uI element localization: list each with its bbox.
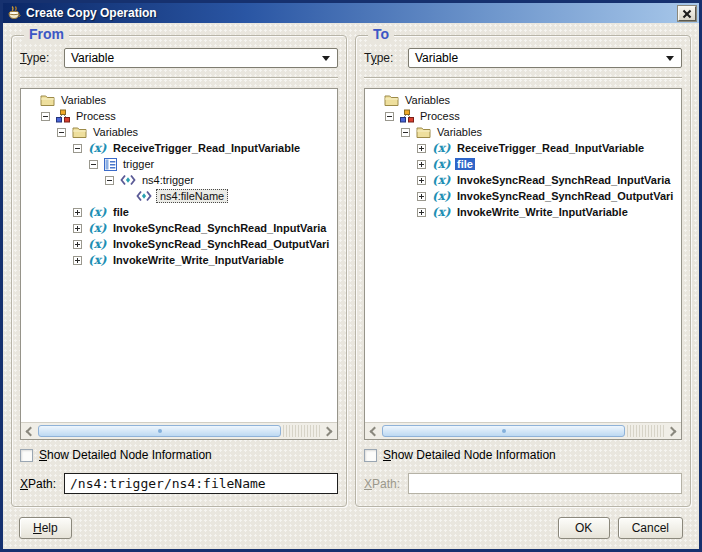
tree-node-label: InvokeSyncRead_SynchRead_OutputVari — [111, 238, 331, 250]
to-horizontal-scrollbar[interactable] — [365, 422, 681, 439]
svg-text:(x): (x) — [432, 141, 451, 155]
tree-expander-icon[interactable] — [73, 256, 82, 265]
scroll-left-icon[interactable] — [367, 425, 380, 438]
scroll-right-icon[interactable] — [322, 425, 335, 438]
scroll-track[interactable] — [283, 425, 320, 437]
folder-icon — [40, 94, 55, 107]
message-icon — [104, 158, 117, 171]
variable-icon: (x) — [88, 141, 107, 155]
tree-node[interactable]: (x) Variables — [21, 92, 337, 108]
tree-expander-icon[interactable] — [417, 160, 426, 169]
svg-text:(x): (x) — [88, 141, 107, 155]
tree-node[interactable]: (x) file — [365, 156, 681, 172]
tree-node[interactable]: (x) ReceiveTrigger_Read_InputVariable — [21, 140, 337, 156]
from-type-value: Variable — [71, 51, 114, 65]
tree-node[interactable]: (x) InvokeWrite_Write_InputVariable — [21, 252, 337, 268]
dialog-body: From Type: Variable — [3, 23, 699, 549]
scroll-right-icon[interactable] — [666, 425, 679, 438]
tree-node[interactable]: (x) InvokeSyncRead_SynchRead_InputVaria — [365, 172, 681, 188]
to-type-select[interactable]: Variable — [408, 48, 682, 68]
cancel-button[interactable]: Cancel — [618, 517, 683, 539]
from-show-detail-checkbox[interactable] — [20, 449, 33, 462]
scroll-track[interactable] — [627, 425, 664, 437]
tree-node-label: ns4:fileName — [156, 189, 228, 203]
tree-node[interactable]: (x) trigger — [21, 156, 337, 172]
to-variable-tree: (x) Variables — [365, 89, 681, 422]
tree-node-label: file — [111, 206, 131, 218]
tree-node[interactable]: (x) Variables — [365, 92, 681, 108]
tree-expander-icon[interactable] — [73, 224, 82, 233]
tree-node[interactable]: (x) InvokeSyncRead_SynchRead_OutputVari — [365, 188, 681, 204]
tree-node[interactable]: (x) ns4:fileName — [21, 188, 337, 204]
tree-expander-icon[interactable] — [73, 240, 82, 249]
folder-icon — [384, 94, 399, 107]
tree-expander-icon[interactable] — [73, 144, 82, 153]
tree-expander-icon[interactable] — [417, 192, 426, 201]
help-button[interactable]: Help — [19, 517, 72, 539]
tree-node-label: InvokeSyncRead_SynchRead_InputVaria — [111, 222, 328, 234]
tree-expander-icon[interactable] — [25, 96, 34, 105]
tree-expander-icon[interactable] — [417, 176, 426, 185]
divider — [20, 77, 338, 79]
tree-node[interactable]: (x) InvokeSyncRead_SynchRead_OutputVari — [21, 236, 337, 252]
scroll-thumb[interactable] — [382, 425, 625, 437]
to-tree-panel: (x) Variables — [364, 88, 682, 440]
tree-node[interactable]: (x) InvokeWrite_Write_InputVariable — [365, 204, 681, 220]
chevron-down-icon — [666, 56, 674, 61]
tree-node[interactable]: (x) ns4:trigger — [21, 172, 337, 188]
to-xpath-label: XPath: — [364, 477, 400, 491]
tree-expander-icon[interactable] — [369, 96, 378, 105]
ok-button[interactable]: OK — [558, 517, 610, 539]
close-icon[interactable] — [678, 6, 696, 21]
tree-node-label: Variables — [59, 94, 108, 106]
tree-node[interactable]: (x) Variables — [21, 124, 337, 140]
divider — [364, 77, 682, 79]
from-variable-tree: (x) Variables — [21, 89, 337, 422]
title-bar[interactable]: Create Copy Operation — [3, 3, 699, 23]
to-group: To Type: Variable — [355, 35, 691, 507]
process-icon — [56, 109, 70, 123]
tree-node[interactable]: (x) Process — [365, 108, 681, 124]
tree-expander-icon[interactable] — [57, 128, 66, 137]
tree-node-label: ns4:trigger — [140, 174, 196, 186]
tree-node[interactable]: (x) Process — [21, 108, 337, 124]
tree-expander-icon[interactable] — [73, 208, 82, 217]
to-xpath-input[interactable] — [408, 473, 682, 494]
process-icon — [400, 109, 414, 123]
from-xpath-input[interactable] — [64, 473, 338, 494]
from-type-select[interactable]: Variable — [64, 48, 338, 68]
tree-expander-icon[interactable] — [401, 128, 410, 137]
svg-text:(x): (x) — [432, 205, 451, 219]
to-show-detail-checkbox[interactable] — [364, 449, 377, 462]
to-show-detail-label: Show Detailed Node Information — [383, 448, 556, 462]
tree-expander-icon[interactable] — [417, 144, 426, 153]
tree-node-label: Variables — [435, 126, 484, 138]
svg-text:(x): (x) — [432, 189, 451, 203]
svg-text:(x): (x) — [88, 221, 107, 235]
tree-expander-icon[interactable] — [385, 112, 394, 121]
to-type-label: Type: — [364, 51, 400, 65]
tree-node[interactable]: (x) ReceiveTrigger_Read_InputVariable — [365, 140, 681, 156]
svg-text:(x): (x) — [88, 205, 107, 219]
tree-expander-icon[interactable] — [121, 192, 130, 201]
variable-icon: (x) — [432, 173, 451, 187]
tree-node-label: InvokeWrite_Write_InputVariable — [111, 254, 286, 266]
tree-expander-icon[interactable] — [105, 176, 114, 185]
element-icon — [136, 190, 152, 202]
tree-node-label: trigger — [121, 158, 156, 170]
tree-expander-icon[interactable] — [89, 160, 98, 169]
scroll-thumb[interactable] — [38, 425, 281, 437]
to-type-value: Variable — [415, 51, 458, 65]
from-show-detail-label: Show Detailed Node Information — [39, 448, 212, 462]
group-legend-from: From — [24, 26, 69, 42]
from-horizontal-scrollbar[interactable] — [21, 422, 337, 439]
tree-node[interactable]: (x) file — [21, 204, 337, 220]
svg-text:(x): (x) — [88, 237, 107, 251]
tree-node-label: InvokeSyncRead_SynchRead_OutputVari — [455, 190, 675, 202]
scroll-left-icon[interactable] — [23, 425, 36, 438]
variable-icon: (x) — [88, 253, 107, 267]
tree-expander-icon[interactable] — [417, 208, 426, 217]
tree-node[interactable]: (x) Variables — [365, 124, 681, 140]
tree-node[interactable]: (x) InvokeSyncRead_SynchRead_InputVaria — [21, 220, 337, 236]
tree-expander-icon[interactable] — [41, 112, 50, 121]
